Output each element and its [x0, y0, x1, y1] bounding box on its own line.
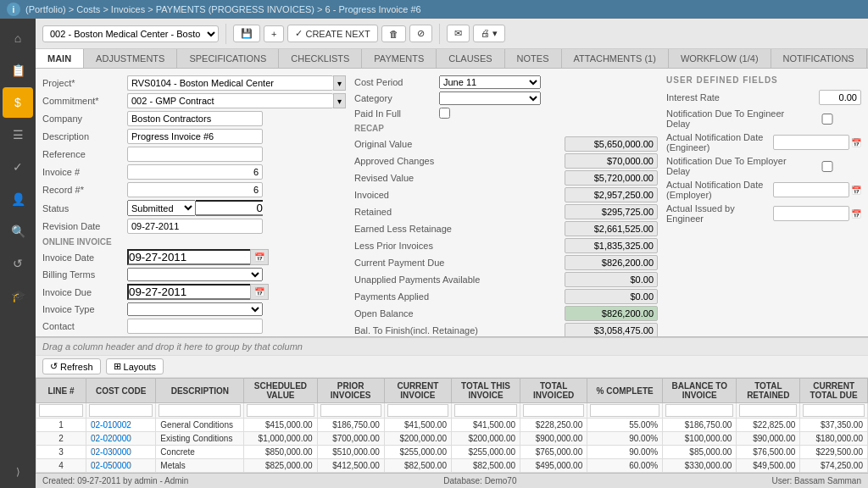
tab-attachments[interactable]: ATTACHMENTS (1): [562, 49, 669, 68]
cost-period-select[interactable]: June 11: [439, 75, 541, 89]
notif-employer-checkbox[interactable]: [793, 161, 861, 172]
email-button[interactable]: ✉: [447, 25, 470, 42]
filter-total-invoiced[interactable]: [523, 404, 584, 417]
tab-workflow[interactable]: WORKFLOW (1/4): [669, 49, 771, 68]
tab-payments[interactable]: PAYMENTS: [362, 49, 437, 68]
sidebar-item-refresh[interactable]: ↺: [3, 248, 33, 279]
revised-value-input[interactable]: [565, 170, 658, 186]
save-button[interactable]: 💾: [233, 25, 260, 42]
tab-checklists[interactable]: CHECKLISTS: [279, 49, 362, 68]
delete-button[interactable]: 🗑: [381, 25, 406, 42]
reference-input-wrap[interactable]: [127, 147, 346, 162]
sidebar-item-person[interactable]: 👤: [3, 184, 33, 214]
sidebar-item-search[interactable]: 🔍: [3, 216, 33, 247]
company-select[interactable]: 002 - Boston Medical Center - Bosto: [42, 25, 219, 42]
commitment-input[interactable]: [127, 93, 333, 108]
reference-input[interactable]: [127, 147, 263, 162]
cancel-button[interactable]: ⊘: [409, 25, 432, 42]
original-value-input[interactable]: [565, 136, 658, 152]
actual-notif-employer-cal-btn[interactable]: 📅: [851, 186, 861, 195]
commitment-dropdown-btn[interactable]: ▾: [333, 93, 346, 108]
earned-less-input[interactable]: [565, 221, 658, 236]
actual-issued-cal-btn[interactable]: 📅: [851, 209, 861, 219]
interest-rate-input[interactable]: [819, 90, 861, 105]
sidebar-item-home[interactable]: ⌂: [3, 23, 33, 53]
sidebar-item-dollar[interactable]: $: [3, 87, 33, 118]
actual-notif-employer-input[interactable]: [773, 182, 849, 197]
sidebar-item-list[interactable]: ☰: [3, 119, 33, 150]
filter-line[interactable]: [39, 404, 83, 417]
tab-clauses[interactable]: CLAUSES: [437, 49, 504, 68]
unapplied-input[interactable]: [565, 272, 658, 287]
revision-date-input[interactable]: [127, 219, 263, 234]
actual-notif-engineer-cal-btn[interactable]: 📅: [851, 138, 861, 147]
status-select[interactable]: Submitted: [127, 200, 196, 216]
commitment-input-wrap[interactable]: ▾: [127, 93, 346, 108]
filter-retained[interactable]: [739, 404, 797, 417]
notif-engineer-checkbox[interactable]: [793, 114, 861, 125]
contact-input-wrap[interactable]: [127, 319, 346, 334]
approved-changes-input[interactable]: [565, 153, 658, 169]
category-select[interactable]: [439, 92, 541, 105]
table-cell[interactable]: 02-050000: [86, 459, 155, 473]
tab-adjustments[interactable]: ADJUSTMENTS: [84, 49, 177, 68]
invoice-type-select[interactable]: [127, 302, 263, 316]
invoice-num-input[interactable]: [127, 164, 263, 180]
category-input-wrap[interactable]: [439, 92, 541, 105]
invoice-date-cal-btn[interactable]: 📅: [250, 249, 269, 265]
description-input-wrap[interactable]: [127, 129, 346, 144]
record-num-input[interactable]: [127, 182, 263, 197]
invoiced-input[interactable]: [565, 187, 658, 202]
project-input[interactable]: [127, 75, 333, 91]
payments-applied-input[interactable]: [565, 289, 658, 304]
table-cell[interactable]: 02-020000: [86, 432, 155, 446]
project-input-wrap[interactable]: ▾: [127, 75, 346, 91]
sidebar-item-arrow[interactable]: ⟩: [3, 457, 33, 487]
contact-input[interactable]: [127, 319, 263, 334]
print-button[interactable]: 🖨 ▾: [473, 25, 505, 42]
layouts-button[interactable]: ⊞ Layouts: [106, 358, 164, 374]
status-input-wrap[interactable]: Submitted: [127, 200, 263, 216]
invoice-date-input-wrap[interactable]: 📅: [127, 249, 269, 265]
sidebar-item-grad[interactable]: 🎓: [3, 280, 33, 311]
filter-current-total[interactable]: [803, 404, 865, 417]
open-balance-input[interactable]: [565, 306, 658, 321]
filter-prior[interactable]: [320, 404, 381, 417]
invoice-due-input-wrap[interactable]: 📅: [127, 284, 269, 300]
sidebar-item-check[interactable]: ✓: [3, 152, 33, 182]
less-prior-input[interactable]: [565, 238, 658, 253]
company-select-wrap[interactable]: 002 - Boston Medical Center - Bosto: [42, 25, 219, 42]
table-cell[interactable]: 02-010002: [86, 419, 155, 432]
tab-main[interactable]: MAIN: [36, 49, 84, 68]
invoice-date-input[interactable]: [127, 249, 250, 265]
invoice-num-input-wrap[interactable]: [127, 164, 346, 180]
invoice-due-cal-btn[interactable]: 📅: [250, 284, 269, 300]
filter-description[interactable]: [159, 404, 241, 417]
tab-notifications[interactable]: NOTIFICATIONS: [771, 49, 867, 68]
actual-issued-input[interactable]: [773, 206, 849, 221]
record-num-input-wrap[interactable]: [127, 182, 346, 197]
retained-input[interactable]: [565, 204, 658, 219]
description-input[interactable]: [127, 129, 263, 144]
refresh-button[interactable]: ↺ Refresh: [42, 358, 101, 374]
filter-scheduled[interactable]: [247, 404, 314, 417]
sidebar-item-document[interactable]: 📋: [3, 55, 33, 86]
actual-notif-engineer-input[interactable]: [773, 135, 849, 150]
add-button[interactable]: +: [264, 25, 284, 42]
bal-to-finish-input[interactable]: [565, 323, 658, 336]
filter-pct[interactable]: [590, 404, 659, 417]
tab-notes[interactable]: NOTES: [505, 49, 562, 68]
current-payment-input[interactable]: [565, 255, 658, 270]
invoice-due-input[interactable]: [127, 284, 250, 300]
company-input-wrap[interactable]: [127, 111, 346, 126]
paid-full-checkbox[interactable]: [439, 108, 450, 119]
filter-cost-code[interactable]: [89, 404, 153, 417]
table-cell[interactable]: 02-030000: [86, 446, 155, 459]
project-dropdown-btn[interactable]: ▾: [333, 75, 346, 91]
tab-specifications[interactable]: SPECIFICATIONS: [177, 49, 279, 68]
company-input[interactable]: [127, 111, 263, 126]
billing-terms-select[interactable]: [127, 268, 263, 281]
filter-balance[interactable]: [665, 404, 733, 417]
invoice-type-input-wrap[interactable]: [127, 302, 263, 316]
filter-current[interactable]: [387, 404, 448, 417]
